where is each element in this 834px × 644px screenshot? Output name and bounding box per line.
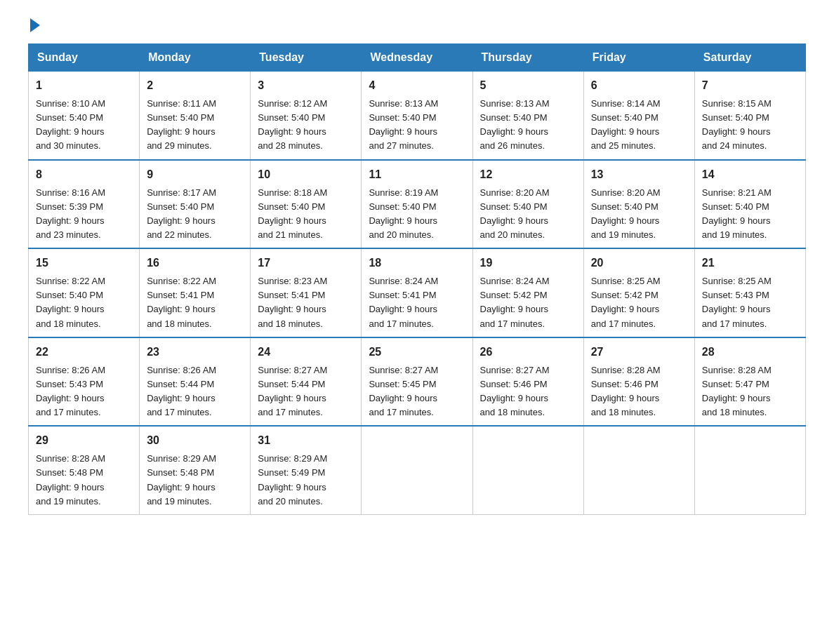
calendar-day-cell: 24Sunrise: 8:27 AMSunset: 5:44 PMDayligh… bbox=[251, 337, 362, 427]
calendar-day-cell: 6Sunrise: 8:14 AMSunset: 5:40 PMDaylight… bbox=[583, 72, 694, 160]
calendar-day-cell: 9Sunrise: 8:17 AMSunset: 5:40 PMDaylight… bbox=[140, 160, 251, 249]
day-number: 19 bbox=[480, 255, 576, 271]
calendar-day-cell: 26Sunrise: 8:27 AMSunset: 5:46 PMDayligh… bbox=[472, 337, 583, 427]
day-number: 14 bbox=[702, 166, 798, 183]
calendar-day-cell: 15Sunrise: 8:22 AMSunset: 5:40 PMDayligh… bbox=[29, 248, 140, 337]
day-number: 30 bbox=[147, 432, 243, 449]
calendar-day-cell: 8Sunrise: 8:16 AMSunset: 5:39 PMDaylight… bbox=[29, 160, 140, 249]
day-info: Sunrise: 8:11 AMSunset: 5:40 PMDaylight:… bbox=[147, 98, 216, 151]
day-info: Sunrise: 8:18 AMSunset: 5:40 PMDaylight:… bbox=[258, 187, 327, 240]
day-number: 18 bbox=[369, 255, 465, 271]
calendar-day-cell: 31Sunrise: 8:29 AMSunset: 5:49 PMDayligh… bbox=[251, 426, 362, 514]
day-info: Sunrise: 8:13 AMSunset: 5:40 PMDaylight:… bbox=[369, 98, 438, 151]
calendar-day-cell: 28Sunrise: 8:28 AMSunset: 5:47 PMDayligh… bbox=[694, 337, 805, 427]
day-info: Sunrise: 8:28 AMSunset: 5:47 PMDaylight:… bbox=[702, 365, 772, 417]
calendar-day-cell: 1Sunrise: 8:10 AMSunset: 5:40 PMDaylight… bbox=[29, 72, 140, 160]
day-number: 25 bbox=[369, 344, 465, 361]
day-info: Sunrise: 8:20 AMSunset: 5:40 PMDaylight:… bbox=[480, 187, 550, 240]
day-number: 10 bbox=[258, 166, 354, 183]
day-number: 6 bbox=[591, 77, 687, 94]
calendar-day-cell: 5Sunrise: 8:13 AMSunset: 5:40 PMDaylight… bbox=[472, 72, 583, 160]
day-info: Sunrise: 8:29 AMSunset: 5:49 PMDaylight:… bbox=[258, 453, 327, 506]
calendar-day-cell bbox=[583, 426, 694, 514]
calendar-day-cell: 18Sunrise: 8:24 AMSunset: 5:41 PMDayligh… bbox=[362, 248, 472, 337]
calendar-day-cell bbox=[362, 426, 472, 514]
calendar-day-cell: 19Sunrise: 8:24 AMSunset: 5:42 PMDayligh… bbox=[472, 248, 583, 337]
calendar-day-cell: 14Sunrise: 8:21 AMSunset: 5:40 PMDayligh… bbox=[694, 160, 805, 249]
day-info: Sunrise: 8:10 AMSunset: 5:40 PMDaylight:… bbox=[36, 98, 105, 151]
column-header-tuesday: Tuesday bbox=[251, 44, 362, 72]
day-number: 22 bbox=[36, 344, 132, 361]
day-info: Sunrise: 8:21 AMSunset: 5:40 PMDaylight:… bbox=[702, 187, 772, 240]
column-header-monday: Monday bbox=[140, 44, 251, 72]
day-number: 21 bbox=[702, 255, 798, 271]
day-number: 9 bbox=[147, 166, 243, 183]
day-number: 2 bbox=[147, 77, 243, 94]
calendar-table: SundayMondayTuesdayWednesdayThursdayFrid… bbox=[28, 43, 806, 515]
calendar-day-cell bbox=[472, 426, 583, 514]
day-info: Sunrise: 8:15 AMSunset: 5:40 PMDaylight:… bbox=[702, 98, 772, 151]
day-info: Sunrise: 8:22 AMSunset: 5:41 PMDaylight:… bbox=[147, 276, 216, 328]
calendar-week-row: 1Sunrise: 8:10 AMSunset: 5:40 PMDaylight… bbox=[29, 72, 806, 160]
calendar-day-cell: 10Sunrise: 8:18 AMSunset: 5:40 PMDayligh… bbox=[251, 160, 362, 249]
day-info: Sunrise: 8:19 AMSunset: 5:40 PMDaylight:… bbox=[369, 187, 438, 240]
calendar-day-cell: 20Sunrise: 8:25 AMSunset: 5:42 PMDayligh… bbox=[583, 248, 694, 337]
day-info: Sunrise: 8:25 AMSunset: 5:43 PMDaylight:… bbox=[702, 276, 772, 328]
column-header-saturday: Saturday bbox=[694, 44, 805, 72]
calendar-day-cell: 21Sunrise: 8:25 AMSunset: 5:43 PMDayligh… bbox=[694, 248, 805, 337]
day-info: Sunrise: 8:20 AMSunset: 5:40 PMDaylight:… bbox=[591, 187, 661, 240]
day-number: 20 bbox=[591, 255, 687, 271]
calendar-day-cell: 22Sunrise: 8:26 AMSunset: 5:43 PMDayligh… bbox=[29, 337, 140, 427]
calendar-week-row: 8Sunrise: 8:16 AMSunset: 5:39 PMDaylight… bbox=[29, 160, 806, 249]
column-header-sunday: Sunday bbox=[29, 44, 140, 72]
day-info: Sunrise: 8:27 AMSunset: 5:46 PMDaylight:… bbox=[480, 365, 550, 417]
day-number: 28 bbox=[702, 344, 798, 361]
day-number: 4 bbox=[369, 77, 465, 94]
day-info: Sunrise: 8:13 AMSunset: 5:40 PMDaylight:… bbox=[480, 98, 550, 151]
day-number: 1 bbox=[36, 77, 132, 94]
calendar-day-cell: 2Sunrise: 8:11 AMSunset: 5:40 PMDaylight… bbox=[140, 72, 251, 160]
page-header bbox=[28, 21, 806, 29]
day-number: 31 bbox=[258, 432, 354, 449]
day-number: 8 bbox=[36, 166, 132, 183]
day-number: 23 bbox=[147, 344, 243, 361]
calendar-week-row: 22Sunrise: 8:26 AMSunset: 5:43 PMDayligh… bbox=[29, 337, 806, 427]
day-number: 11 bbox=[369, 166, 465, 183]
day-number: 5 bbox=[480, 77, 576, 94]
calendar-day-cell: 7Sunrise: 8:15 AMSunset: 5:40 PMDaylight… bbox=[694, 72, 805, 160]
day-info: Sunrise: 8:28 AMSunset: 5:48 PMDaylight:… bbox=[36, 453, 105, 506]
calendar-day-cell bbox=[694, 426, 805, 514]
calendar-day-cell: 29Sunrise: 8:28 AMSunset: 5:48 PMDayligh… bbox=[29, 426, 140, 514]
calendar-day-cell: 3Sunrise: 8:12 AMSunset: 5:40 PMDaylight… bbox=[251, 72, 362, 160]
day-number: 29 bbox=[36, 432, 132, 449]
calendar-header-row: SundayMondayTuesdayWednesdayThursdayFrid… bbox=[29, 44, 806, 72]
day-number: 24 bbox=[258, 344, 354, 361]
day-number: 16 bbox=[147, 255, 243, 271]
calendar-day-cell: 30Sunrise: 8:29 AMSunset: 5:48 PMDayligh… bbox=[140, 426, 251, 514]
day-info: Sunrise: 8:26 AMSunset: 5:43 PMDaylight:… bbox=[36, 365, 105, 417]
calendar-day-cell: 25Sunrise: 8:27 AMSunset: 5:45 PMDayligh… bbox=[362, 337, 472, 427]
day-info: Sunrise: 8:27 AMSunset: 5:44 PMDaylight:… bbox=[258, 365, 327, 417]
calendar-day-cell: 13Sunrise: 8:20 AMSunset: 5:40 PMDayligh… bbox=[583, 160, 694, 249]
calendar-day-cell: 11Sunrise: 8:19 AMSunset: 5:40 PMDayligh… bbox=[362, 160, 472, 249]
day-info: Sunrise: 8:26 AMSunset: 5:44 PMDaylight:… bbox=[147, 365, 216, 417]
day-info: Sunrise: 8:28 AMSunset: 5:46 PMDaylight:… bbox=[591, 365, 661, 417]
logo bbox=[28, 21, 40, 29]
day-number: 13 bbox=[591, 166, 687, 183]
calendar-day-cell: 12Sunrise: 8:20 AMSunset: 5:40 PMDayligh… bbox=[472, 160, 583, 249]
day-number: 15 bbox=[36, 255, 132, 271]
column-header-thursday: Thursday bbox=[472, 44, 583, 72]
column-header-friday: Friday bbox=[583, 44, 694, 72]
day-number: 7 bbox=[702, 77, 798, 94]
day-number: 17 bbox=[258, 255, 354, 271]
calendar-week-row: 15Sunrise: 8:22 AMSunset: 5:40 PMDayligh… bbox=[29, 248, 806, 337]
day-number: 26 bbox=[480, 344, 576, 361]
calendar-day-cell: 16Sunrise: 8:22 AMSunset: 5:41 PMDayligh… bbox=[140, 248, 251, 337]
day-info: Sunrise: 8:17 AMSunset: 5:40 PMDaylight:… bbox=[147, 187, 216, 240]
calendar-day-cell: 27Sunrise: 8:28 AMSunset: 5:46 PMDayligh… bbox=[583, 337, 694, 427]
day-info: Sunrise: 8:22 AMSunset: 5:40 PMDaylight:… bbox=[36, 276, 105, 328]
day-info: Sunrise: 8:25 AMSunset: 5:42 PMDaylight:… bbox=[591, 276, 661, 328]
day-info: Sunrise: 8:12 AMSunset: 5:40 PMDaylight:… bbox=[258, 98, 327, 151]
calendar-day-cell: 4Sunrise: 8:13 AMSunset: 5:40 PMDaylight… bbox=[362, 72, 472, 160]
day-number: 12 bbox=[480, 166, 576, 183]
